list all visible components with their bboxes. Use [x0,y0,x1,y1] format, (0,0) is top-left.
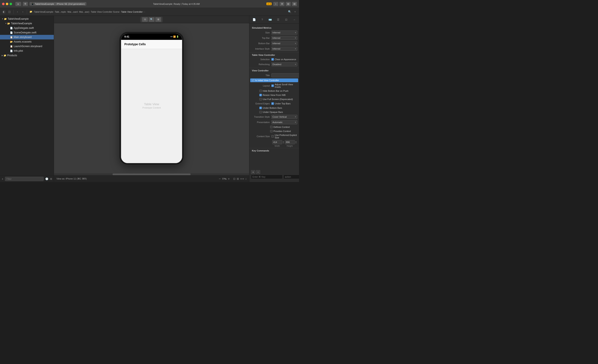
title-field-input[interactable] [271,73,299,77]
extend-edges-row: Extend Edges ✓ Under Top Bars [249,101,299,106]
scheme-button[interactable]: ⚙ [23,2,28,6]
initial-vc-checkbox[interactable]: ✓ [252,79,254,81]
fullscreen-button[interactable] [9,3,12,5]
sidebar-item-products[interactable]: ▶ 📁 Products [0,53,54,58]
under-bottom-bars-checkbox[interactable]: ✓ [259,107,262,109]
canvas-adjust-btn[interactable]: ⊙ [142,17,148,22]
filter-input[interactable] [5,177,44,181]
refreshing-row: Refreshing Disabled ▼ [249,62,299,67]
breadcrumb-item-3[interactable]: Tabl...mple [55,11,66,13]
under-bottom-row: ✓ Under Bottom Bars [249,106,299,110]
canvas-main[interactable]: 9:41 ▪▪▪ 📶 🔋 Prototype Cells Table View … [54,23,249,173]
presentation-dropdown[interactable]: Automatic ▼ [271,120,297,124]
width-stepper[interactable]: ▲▼ [282,141,284,144]
sidebar-item-launch-storyboard[interactable]: 📋 LaunchScreen.storyboard [0,44,54,49]
minimize-button[interactable] [6,3,8,5]
width-input[interactable]: 414 [272,140,282,144]
panel-button[interactable]: ▧ [292,2,297,6]
adjust-scroll-checkbox[interactable]: ✓ [271,84,274,87]
add-file-icon[interactable]: + [2,177,3,181]
quick-help-icon[interactable]: ? [260,17,265,22]
attributes-inspector-icon[interactable]: ☰ [276,17,281,22]
iphone-nav-bar: Prototype Cells [121,40,182,49]
show-debugger-icon[interactable]: ◫ [7,9,12,14]
inspector-icon[interactable]: 🔍 [287,9,292,14]
back-icon[interactable]: ‹ [15,9,20,14]
canvas-zoom-btn[interactable]: 🔍 [149,17,155,22]
size-inspector-icon[interactable]: ⊡ [284,17,289,22]
device-selector[interactable]: 📱 TableViewExample › iPhone SE (2nd gene… [29,2,86,6]
initial-vc-row[interactable]: ✓ Is Initial View Controller [250,78,298,82]
zoom-controls: − 77% + [219,177,230,181]
transition-style-dropdown[interactable]: Cover Vertical ▼ [271,115,297,119]
interface-style-value: Inferred ▼ [271,47,297,51]
add-button[interactable]: + [273,2,278,6]
sidebar-item-assets[interactable]: 📂 Assets.xcassets [0,40,54,44]
sidebar-item-infoplist[interactable]: 📄 Info.plist [0,49,54,53]
remove-key-command-button[interactable]: − [256,170,260,174]
horizontal-scrollbar[interactable] [54,173,249,175]
breadcrumb-item-4[interactable]: Mai...oard [67,11,78,13]
use-preferred-checkbox[interactable] [271,135,274,138]
interface-style-dropdown[interactable]: Inferred ▼ [271,47,297,51]
height-stepper[interactable]: ▲▼ [295,141,297,144]
sidebar-item-group[interactable]: ▼ 📂 TableViewExample [0,21,54,26]
size-dropdown[interactable]: Inferred ▼ [271,31,297,35]
close-button[interactable] [2,3,5,5]
extend-edges-label: Extend Edges [251,102,270,105]
breadcrumb-item-5[interactable]: Mai...ase) [79,11,89,13]
library-icon[interactable]: + [293,9,297,14]
sidebar-item-scenedelegate[interactable]: 📄 SceneDelegate.swift [0,30,54,35]
file-inspector-icon[interactable]: 📄 [252,17,257,22]
zoom-in-button[interactable]: + [228,177,230,181]
key-commands-list [249,153,299,169]
height-input[interactable]: 896 [285,140,295,144]
defines-context-checkbox[interactable] [270,126,273,128]
breadcrumb-item-2[interactable]: TableViewExample [34,11,53,13]
breadcrumb-item-6[interactable]: Table View Controller Scene [91,11,120,13]
add-key-command-button[interactable]: + [251,170,255,174]
expand-icon[interactable]: ↕ [245,177,247,180]
layout-icon[interactable]: ⊞ [237,177,239,180]
zoom-fit-icon[interactable]: ⊡ [233,177,235,180]
hide-bottom-bar-checkbox[interactable] [259,90,262,92]
under-opaque-bars-checkbox[interactable] [259,111,262,113]
key-command-key-input[interactable] [251,175,282,179]
zoom-out-button[interactable]: − [219,177,221,181]
key-command-selector-input[interactable] [283,175,299,179]
hide-bottom-bar-label: Hide Bottom Bar on Push [263,90,288,92]
refreshing-dropdown[interactable]: Disabled ▼ [271,62,297,66]
warning-badge[interactable]: ⚠ 1 [266,2,272,5]
canvas-fit-btn[interactable]: ⊞ [155,17,161,22]
split-button[interactable]: ▤ [286,2,291,6]
connections-inspector-icon[interactable]: → [292,17,297,22]
align-icon[interactable]: ⟺ [240,177,244,180]
iphone-placeholder: Table View [144,102,159,106]
layout-button[interactable]: ⊞ [280,2,284,6]
sidebar-item-root[interactable]: ▼ 📁 TableViewExample [0,16,54,21]
transition-style-label: Transition Style [251,116,270,118]
resize-view-checkbox[interactable]: ✓ [259,94,262,96]
sidebar-item-appdelegate[interactable]: 📄 AppDelegate.swift [0,26,54,30]
wh-labels-row: Width Height [249,145,299,147]
bottom-bar-dropdown[interactable]: Inferred ▼ [271,41,297,45]
forward-icon[interactable]: › [21,9,25,14]
defines-context-row: Defines Context [249,125,299,129]
presentation-row: Presentation Automatic ▼ [249,120,299,125]
breadcrumb-item-7[interactable]: Table View Controller [121,11,143,13]
breadcrumb-item-1[interactable]: 📁 [29,10,32,13]
run-button[interactable]: ▶ [15,2,21,6]
sort-icon[interactable]: ⊞ [50,178,52,180]
selection-checkbox[interactable]: ✓ [271,58,274,61]
under-top-bars-checkbox[interactable]: ✓ [271,102,274,105]
top-bar-dropdown[interactable]: Inferred ▼ [271,36,297,40]
selection-row: Selection ✓ Clear on Appearance [249,57,299,62]
identity-inspector-icon[interactable]: 🪪 [268,17,273,22]
clock-icon[interactable]: 🕐 [45,178,48,180]
provides-context-checkbox[interactable] [270,130,273,132]
full-screen-checkbox[interactable] [259,98,262,100]
selection-value: ✓ Clear on Appearance [271,58,297,61]
show-navigator-icon[interactable]: ◧ [2,9,6,14]
layout-row: Layout ✓ Adjust Scroll View Insets [249,83,299,89]
sidebar-item-main-storyboard[interactable]: 📋 Main.storyboard [0,35,54,40]
